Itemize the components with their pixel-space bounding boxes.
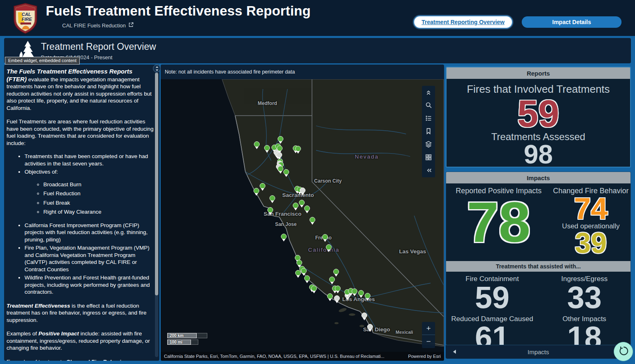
search-button[interactable]	[422, 99, 435, 112]
legend-icon	[424, 114, 433, 124]
map-marker[interactable]	[304, 275, 310, 281]
dashboard: CAL FIRE Fuels Treatment Effectiveness R…	[0, 0, 635, 364]
map-zoom-controls: + −	[422, 322, 435, 348]
map-marker[interactable]	[329, 277, 335, 282]
map-marker[interactable]	[281, 234, 287, 239]
map-marker[interactable]	[367, 324, 373, 330]
layers-button[interactable]	[422, 138, 435, 151]
tab-impact-details[interactable]: Impact Details	[522, 16, 622, 28]
map-marker[interactable]	[269, 195, 275, 201]
reset-button[interactable]	[614, 342, 633, 361]
footer-prev-icon[interactable]	[453, 350, 456, 354]
other-impacts-value: 18	[539, 323, 631, 345]
attribution-text: California State Parks, Esri, TomTom, Ga…	[164, 354, 384, 359]
layers-icon	[424, 140, 433, 150]
article-paragraph: Fuel Treatments are areas where fuel red…	[7, 118, 154, 147]
legend-button[interactable]	[422, 112, 435, 125]
map-marker[interactable]	[278, 136, 283, 142]
map-marker[interactable]	[293, 203, 298, 208]
powered-by-esri: Powered by Esri	[408, 354, 441, 359]
collapse-left-button[interactable]	[422, 164, 435, 177]
map-marker[interactable]	[300, 188, 305, 193]
map-label: Mexicali	[396, 330, 413, 335]
map-marker[interactable]	[327, 293, 333, 299]
article-list: California Forest Improvement Program (C…	[7, 222, 154, 296]
svg-text:CAL: CAL	[22, 12, 31, 17]
map-label: California	[308, 247, 339, 253]
collapse-up-button[interactable]	[422, 86, 435, 99]
map-marker[interactable]	[299, 200, 305, 205]
map-label: Las Vegas	[399, 248, 426, 255]
description-panel: The Fuels Treatment Effectiveness Report…	[4, 65, 159, 361]
article-paragraph: The Fuels Treatment Effectiveness Report…	[7, 68, 154, 112]
map-toolbar	[422, 86, 435, 177]
map-scalebar: 200 km 100 mi	[167, 333, 207, 346]
bookmark-button[interactable]	[422, 125, 435, 138]
map-marker[interactable]	[296, 260, 302, 266]
map-marker[interactable]	[352, 288, 357, 294]
basemap-icon	[424, 153, 433, 163]
reports-card-header: Reports	[447, 67, 630, 79]
map-note: Note: not all incidents have associated …	[161, 65, 444, 79]
calfire-logo-icon: CAL FIRE	[12, 2, 38, 36]
map-marker[interactable]	[310, 217, 315, 223]
tab-treatment-reporting-overview[interactable]: Treatment Reporting Overview	[413, 16, 513, 29]
map-marker[interactable]	[267, 207, 273, 213]
map-marker[interactable]	[295, 270, 301, 276]
map-marker[interactable]	[304, 205, 310, 211]
scale-km: 200 km	[167, 333, 197, 338]
page-title: Fuels Treatment Effectiveness Reporting	[46, 3, 311, 19]
map-marker[interactable]	[264, 145, 270, 151]
impacts-card-header: Impacts	[446, 172, 631, 183]
left-panel-scrollbar-thumb[interactable]	[155, 73, 158, 295]
map-marker[interactable]	[361, 313, 367, 318]
map-marker[interactable]	[365, 293, 370, 299]
map-marker[interactable]	[254, 141, 260, 147]
map-attribution: California State Parks, Esri, TomTom, Ga…	[161, 352, 444, 361]
map-marker[interactable]	[335, 286, 341, 291]
map-marker[interactable]	[254, 188, 259, 194]
zoom-out-button[interactable]: −	[422, 335, 435, 348]
search-icon	[424, 100, 433, 111]
reports-card: Reports Fires that Involved Treatments 5…	[446, 67, 631, 167]
impacts-footer-bar: Impacts	[446, 345, 631, 359]
article-paragraph: Examples of Positive Impact include: ass…	[7, 330, 154, 352]
map-marker[interactable]	[276, 152, 282, 158]
article-paragraph: Examples of treatments Changed Fire Beha…	[7, 358, 154, 361]
reduced-damage-value: 61	[446, 323, 539, 345]
map-marker[interactable]	[326, 244, 332, 250]
map-panel[interactable]: Note: not all incidents have associated …	[161, 65, 444, 361]
map-marker[interactable]	[322, 234, 328, 240]
external-link-icon[interactable]	[128, 22, 134, 29]
collapse-up-icon	[424, 87, 433, 98]
map-marker[interactable]	[333, 269, 339, 275]
positive-impacts-value: 78	[446, 195, 551, 249]
app-header: CAL FIRE Fuels Treatment Effectiveness R…	[0, 0, 635, 36]
map-marker[interactable]	[260, 183, 265, 189]
ingress-egress-value: 33	[539, 283, 631, 312]
map-marker[interactable]	[283, 169, 289, 175]
zoom-in-button[interactable]: +	[422, 322, 435, 335]
report-subheader: Treatment Report Overview Data from 6/14…	[4, 38, 631, 63]
map-marker[interactable]	[311, 286, 317, 291]
scale-mi: 100 mi	[167, 339, 191, 345]
assisted-with-header: Treatments that assisted with...	[446, 261, 631, 272]
description-article: The Fuels Treatment Effectiveness Report…	[7, 68, 154, 361]
fires-involved-value: 59	[447, 96, 630, 132]
map-basemap	[161, 65, 444, 361]
footer-label: Impacts	[527, 348, 549, 355]
map-label: Carson City	[314, 178, 341, 184]
used-operationally-value: 39	[551, 230, 631, 256]
map-marker[interactable]	[295, 146, 301, 152]
map-marker[interactable]	[358, 290, 364, 296]
app-link[interactable]: CAL FIRE Fuels Reduction	[62, 22, 126, 29]
undo-icon	[617, 345, 630, 358]
panel-resize-handle[interactable]	[153, 65, 161, 72]
map-label: Medford	[258, 100, 277, 106]
map-label: San Jose	[275, 221, 297, 227]
map-label: Nevada	[355, 154, 379, 160]
basemap-button[interactable]	[422, 151, 435, 164]
map-marker[interactable]	[334, 295, 340, 301]
map-marker[interactable]	[301, 268, 307, 274]
map-marker[interactable]	[278, 166, 283, 172]
